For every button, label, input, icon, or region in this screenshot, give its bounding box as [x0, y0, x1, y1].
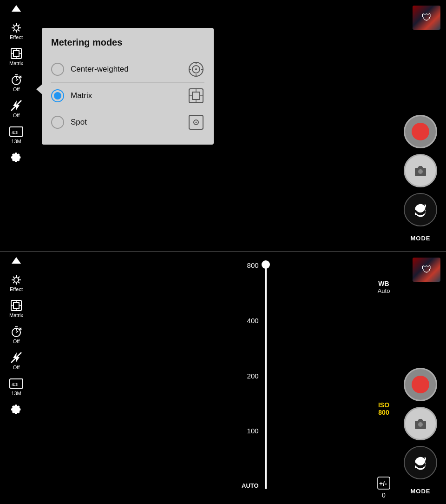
metering-option-matrix[interactable]: Matrix: [51, 83, 204, 109]
iso-label: ISO: [378, 401, 389, 409]
ev-block: +/- 0: [377, 477, 390, 499]
timer-icon: [10, 73, 22, 86]
sidebar-item-ratio-bottom[interactable]: 4:3 13M: [0, 374, 33, 400]
chevron-up-button-bottom[interactable]: [9, 256, 23, 265]
flash-icon: [10, 99, 22, 112]
top-panel: Effect Matrix: [0, 0, 446, 252]
capture-button[interactable]: [404, 154, 437, 187]
slider-track: [265, 261, 267, 489]
thumbnail-image: [413, 6, 440, 30]
effect-label-bottom: Effect: [10, 286, 23, 292]
sidebar-item-matrix[interactable]: Matrix: [0, 44, 33, 70]
svg-point-43: [419, 208, 422, 211]
metering-title: Metering modes: [51, 37, 204, 48]
slider-label-800: 800: [242, 261, 259, 269]
matrix-icon-bottom: [10, 299, 22, 312]
gallery-thumbnail[interactable]: [413, 6, 440, 30]
svg-point-71: [418, 422, 423, 427]
sidebar-item-timer-bottom[interactable]: Off: [0, 322, 33, 348]
svg-line-7: [18, 25, 20, 26]
sidebar-item-ratio[interactable]: 4:3 13M: [0, 122, 33, 148]
record-button-bottom[interactable]: [404, 368, 437, 401]
svg-line-50: [18, 282, 20, 283]
metering-popup: Metering modes Center-weighted: [42, 28, 214, 145]
svg-rect-10: [13, 51, 19, 56]
sidebar-item-matrix-bottom[interactable]: Matrix: [0, 296, 33, 322]
timer-icon-bottom: [10, 325, 22, 338]
radio-matrix[interactable]: [51, 89, 64, 102]
switch-camera-button-bottom[interactable]: [404, 446, 437, 479]
matrix-icon: [10, 47, 22, 60]
record-button[interactable]: [404, 115, 437, 148]
matrix-label: Matrix: [9, 60, 23, 66]
wb-block: WB Auto: [378, 280, 390, 294]
svg-line-51: [18, 277, 20, 278]
svg-line-49: [13, 277, 14, 278]
thumbnail-image-bottom: [413, 258, 440, 282]
iso-slider-container[interactable]: [265, 261, 267, 489]
gear-icon: [10, 152, 22, 164]
radio-spot[interactable]: [51, 116, 64, 129]
ev-icon-wrap: +/-: [377, 477, 390, 491]
sidebar-item-flash-bottom[interactable]: Off: [0, 348, 33, 374]
wb-value: Auto: [378, 287, 390, 294]
svg-point-27: [195, 68, 197, 70]
svg-point-44: [14, 278, 19, 282]
svg-line-61: [16, 331, 18, 332]
capture-button-bottom[interactable]: [404, 407, 437, 440]
svg-rect-54: [13, 303, 19, 308]
record-dot: [412, 123, 429, 140]
svg-text:4:3: 4:3: [12, 382, 18, 387]
wb-label: WB: [378, 280, 390, 287]
switch-camera-button[interactable]: [404, 193, 437, 226]
center-weighted-label: Center-weighted: [71, 65, 129, 74]
svg-line-5: [13, 25, 14, 26]
spot-icon: [188, 114, 204, 131]
svg-line-8: [13, 30, 14, 31]
slider-label-auto: AUTO: [242, 482, 259, 489]
slider-thumb[interactable]: [262, 260, 270, 269]
ev-value: 0: [377, 491, 390, 499]
sidebar-item-flash[interactable]: Off: [0, 96, 33, 122]
sidebar-item-settings[interactable]: [0, 148, 33, 168]
metering-option-spot[interactable]: Spot: [51, 109, 204, 135]
sidebar-item-effect[interactable]: Effect: [0, 19, 33, 44]
mode-label-top: MODE: [411, 235, 431, 242]
ratio-label: 13M: [11, 139, 21, 144]
sidebar-item-settings-bottom[interactable]: [0, 400, 33, 420]
gear-icon-bottom: [10, 404, 22, 416]
matrix-option-icon: [188, 87, 204, 104]
effect-icon: [11, 22, 22, 33]
svg-point-0: [14, 26, 19, 30]
iso-block: ISO 800: [378, 401, 389, 416]
slider-label-100: 100: [242, 427, 259, 435]
mode-label-bottom: MODE: [411, 488, 431, 495]
effect-icon-bottom: [11, 274, 22, 285]
chevron-up-button[interactable]: [9, 4, 23, 13]
camera-info: WB Auto ISO 800 +/- 0: [377, 280, 390, 499]
timer-label: Off: [13, 86, 20, 92]
sidebar-item-effect-bottom[interactable]: Effect: [0, 271, 33, 296]
matrix-label-bottom: Matrix: [9, 312, 23, 318]
svg-rect-33: [192, 92, 200, 99]
slider-label-400: 400: [242, 317, 259, 325]
slider-label-200: 200: [242, 372, 259, 380]
svg-point-40: [196, 122, 197, 123]
svg-line-17: [16, 79, 18, 80]
flash-label-bottom: Off: [13, 365, 20, 370]
radio-matrix-inner: [54, 92, 61, 99]
sidebar-item-timer[interactable]: Off: [0, 70, 33, 96]
ratio-icon-bottom: 4:3: [9, 378, 23, 390]
svg-text:4:3: 4:3: [12, 130, 18, 135]
svg-point-42: [418, 169, 423, 174]
flash-icon-bottom: [10, 351, 22, 364]
metering-option-center-weighted[interactable]: Center-weighted: [51, 56, 204, 83]
iso-value: 800: [378, 409, 389, 416]
flash-label: Off: [13, 113, 20, 118]
radio-center-weighted[interactable]: [51, 63, 64, 76]
gallery-thumbnail-bottom[interactable]: [413, 258, 440, 282]
ratio-icon: 4:3: [9, 126, 23, 138]
bottom-panel: Effect Matrix: [0, 252, 446, 504]
svg-text:+/-: +/-: [379, 480, 387, 487]
center-weighted-icon: [188, 61, 204, 78]
